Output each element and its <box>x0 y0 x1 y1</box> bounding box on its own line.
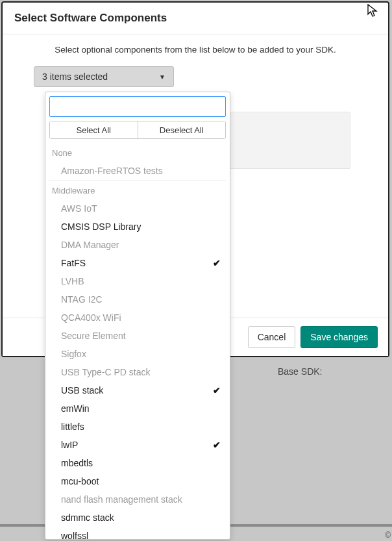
option-label: nand flash management stack <box>61 494 182 505</box>
option-label: Amazon-FreeRTOS tests <box>61 166 163 176</box>
option-label: USB Type-C PD stack <box>61 367 150 377</box>
cancel-button[interactable]: Cancel <box>248 326 296 348</box>
caret-down-icon: ▼ <box>159 73 165 81</box>
option-label: LVHB <box>61 276 84 286</box>
modal-title: Select Software Components <box>14 12 376 25</box>
modal-header: Select Software Components <box>3 3 388 34</box>
option-label: lwIP <box>61 440 78 450</box>
option-item[interactable]: FatFS✔ <box>49 254 226 272</box>
option-item[interactable]: CMSIS DSP Library <box>49 218 226 236</box>
option-item: Sigfox <box>49 345 226 363</box>
option-label: mbedtls <box>61 458 93 468</box>
checkmark-icon: ✔ <box>213 440 221 450</box>
option-item: Amazon-FreeRTOS tests <box>49 162 226 180</box>
option-item[interactable]: wolfssl <box>49 527 226 539</box>
option-label: emWin <box>61 403 90 414</box>
dropdown-list[interactable]: NoneAmazon-FreeRTOS testsMiddlewareAWS I… <box>45 143 230 539</box>
modal-subhead: Select optional components from the list… <box>34 45 357 55</box>
deselect-all-button[interactable]: Deselect All <box>138 121 226 138</box>
option-item[interactable]: mcu-boot <box>49 472 226 490</box>
option-label: AWS IoT <box>61 203 97 214</box>
dropdown-trigger-label: 3 items selected <box>42 71 108 82</box>
checkmark-icon: ✔ <box>213 385 221 396</box>
group-header: None <box>49 143 226 162</box>
checkmark-icon: ✔ <box>213 258 221 268</box>
option-label: CMSIS DSP Library <box>61 221 141 232</box>
option-label: littlefs <box>61 421 84 432</box>
base-sdk-label: Base SDK: <box>278 366 322 377</box>
option-item: LVHB <box>49 272 226 290</box>
option-label: QCA400x WiFi <box>61 312 121 323</box>
option-item: nand flash management stack <box>49 490 226 509</box>
components-dropdown-trigger[interactable]: 3 items selected ▼ <box>34 66 174 87</box>
option-label: DMA Manager <box>61 240 119 250</box>
dropdown-search-input[interactable] <box>49 96 226 117</box>
option-item[interactable]: mbedtls <box>49 454 226 472</box>
option-item: DMA Manager <box>49 236 226 254</box>
option-item[interactable]: USB stack✔ <box>49 381 226 399</box>
option-item: USB Type-C PD stack <box>49 363 226 381</box>
option-label: mcu-boot <box>61 476 99 486</box>
option-label: Sigfox <box>61 349 86 359</box>
option-label: sdmmc stack <box>61 512 114 523</box>
select-controls: Select All Deselect All <box>49 121 226 139</box>
save-button[interactable]: Save changes <box>300 326 378 348</box>
option-label: FatFS <box>61 258 86 268</box>
option-label: wolfssl <box>61 531 88 539</box>
group-header: Middleware <box>49 180 226 199</box>
option-item: QCA400x WiFi <box>49 308 226 327</box>
components-dropdown-panel: Select All Deselect All NoneAmazon-FreeR… <box>45 92 230 540</box>
copyright-icon: © <box>385 531 391 540</box>
option-item: Secure Element <box>49 327 226 345</box>
option-label: USB stack <box>61 385 103 396</box>
option-item: AWS IoT <box>49 199 226 218</box>
option-item[interactable]: lwIP✔ <box>49 436 226 454</box>
option-item[interactable]: emWin <box>49 399 226 418</box>
option-item[interactable]: sdmmc stack <box>49 509 226 527</box>
option-label: NTAG I2C <box>61 294 103 305</box>
option-item: NTAG I2C <box>49 290 226 308</box>
select-all-button[interactable]: Select All <box>50 121 138 138</box>
option-label: Secure Element <box>61 331 126 341</box>
option-item[interactable]: littlefs <box>49 418 226 436</box>
